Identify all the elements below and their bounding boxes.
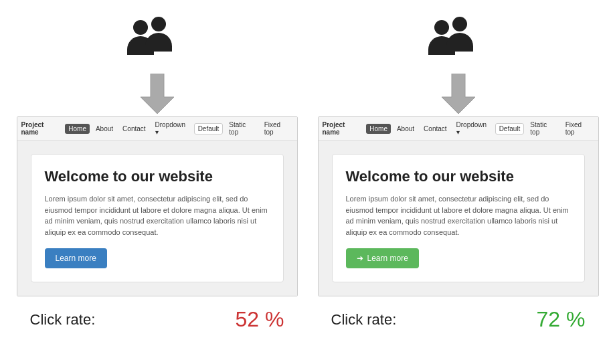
nav-default-a[interactable]: Default: [194, 123, 224, 134]
nav-default-b[interactable]: Default: [495, 123, 525, 134]
arrow-down-a: [141, 74, 174, 116]
head-right-a: [151, 17, 166, 31]
click-rate-value-b: 72 %: [537, 307, 586, 332]
nav-static-b[interactable]: Static top: [527, 120, 559, 137]
arrow-down-b: [442, 74, 475, 116]
nav-about-b[interactable]: About: [393, 124, 418, 134]
click-rate-label-b: Click rate:: [331, 311, 397, 329]
click-rate-panel-a: Click rate: 52 %: [17, 307, 298, 332]
nav-home-b[interactable]: Home: [366, 124, 391, 134]
browser-content-a: Welcome to our website Lorem ipsum dolor…: [17, 141, 297, 296]
browser-nav-a: Project name Home About Contact Dropdown…: [17, 117, 297, 141]
nav-about-a[interactable]: About: [92, 124, 116, 134]
head-right-b: [452, 17, 467, 31]
nav-brand-a: Project name: [21, 121, 60, 136]
learn-more-button-a[interactable]: Learn more: [45, 248, 107, 268]
panel-a: Project name Home About Contact Dropdown…: [17, 13, 298, 296]
content-body-a: Lorem ipsum dolor sit amet, consectetur …: [45, 193, 270, 238]
nav-dropdown-a[interactable]: Dropdown ▾: [152, 120, 191, 137]
nav-contact-b[interactable]: Contact: [420, 124, 450, 134]
arrow-right-icon: ➜: [357, 254, 363, 263]
browser-content-b: Welcome to our website Lorem ipsum dolor…: [319, 141, 598, 296]
nav-contact-a[interactable]: Contact: [119, 124, 149, 134]
content-title-a: Welcome to our website: [45, 168, 270, 185]
content-card-a: Welcome to our website Lorem ipsum dolor…: [31, 154, 284, 282]
svg-marker-0: [141, 74, 174, 114]
click-rate-label-a: Click rate:: [30, 311, 96, 329]
nav-home-a[interactable]: Home: [65, 124, 90, 134]
click-rates-row: Click rate: 52 % Click rate: 72 %: [7, 307, 608, 332]
learn-more-button-b[interactable]: ➜ Learn more: [346, 248, 419, 268]
body-right-a: [145, 33, 172, 52]
learn-more-label-b: Learn more: [367, 254, 408, 263]
content-body-b: Lorem ipsum dolor sit amet, consectetur …: [346, 193, 571, 238]
browser-mockup-b: Project name Home About Contact Dropdown…: [318, 116, 599, 296]
nav-brand-b: Project name: [323, 121, 361, 136]
browser-nav-b: Project name Home About Contact Dropdown…: [319, 117, 598, 141]
content-card-b: Welcome to our website Lorem ipsum dolor…: [332, 154, 585, 282]
nav-dropdown-b[interactable]: Dropdown ▾: [453, 120, 493, 137]
nav-fixed-a[interactable]: Fixed top: [261, 120, 293, 137]
panel-b: Project name Home About Contact Dropdown…: [318, 13, 599, 296]
click-rate-value-a: 52 %: [236, 307, 284, 332]
users-icon-a: [124, 13, 191, 67]
nav-static-a[interactable]: Static top: [226, 120, 258, 137]
panels-container: Project name Home About Contact Dropdown…: [7, 13, 608, 296]
person-right-a: [145, 17, 172, 52]
browser-mockup-a: Project name Home About Contact Dropdown…: [17, 116, 298, 296]
person-right-b: [446, 17, 473, 52]
click-rate-panel-b: Click rate: 72 %: [318, 307, 599, 332]
content-title-b: Welcome to our website: [346, 168, 571, 185]
body-right-b: [446, 33, 473, 52]
svg-marker-1: [442, 74, 475, 114]
users-icon-b: [425, 13, 492, 67]
nav-fixed-b[interactable]: Fixed top: [562, 120, 594, 137]
